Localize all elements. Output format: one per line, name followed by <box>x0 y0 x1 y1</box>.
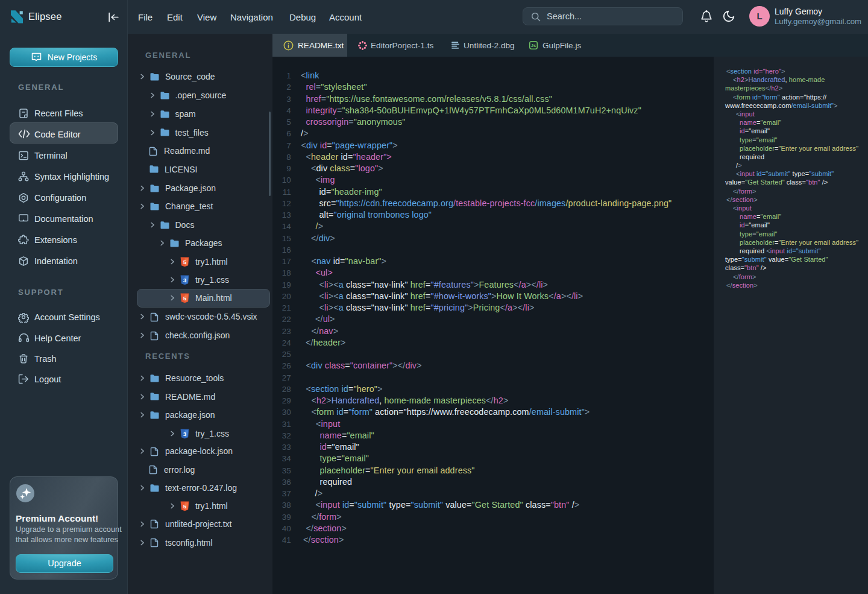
svg-text:3: 3 <box>183 277 186 283</box>
svg-text:5: 5 <box>183 259 187 265</box>
svg-text:Js: Js <box>531 43 536 48</box>
svg-text:3: 3 <box>183 431 186 437</box>
svg-text:5: 5 <box>183 295 187 302</box>
svg-text:5: 5 <box>183 503 187 510</box>
